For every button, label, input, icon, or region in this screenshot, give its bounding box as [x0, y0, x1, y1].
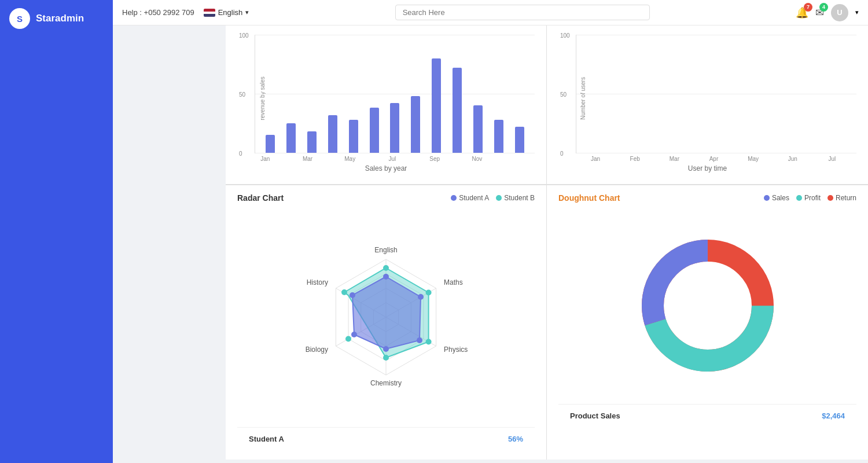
sales-x-label-6: Jul [382, 156, 403, 162]
chevron-down-icon: ▾ [245, 9, 249, 16]
legend-dot-return [827, 195, 833, 201]
charts-row-2: Radar Chart Student A Student B [226, 185, 868, 460]
sales-bar-11 [494, 120, 503, 153]
doughnut-legend: Sales Profit Return [764, 194, 856, 202]
sales-bar-6 [390, 103, 399, 153]
language-selector[interactable]: English ▾ [204, 8, 249, 17]
users-chart-card: Number of users 100 50 0 JanFebMarAprMay… [547, 25, 868, 184]
svg-text:Chemistry: Chemistry [370, 379, 402, 387]
sales-chart-card: revenue by sales 100 50 0 JanMarMayJulSe… [226, 25, 547, 184]
radar-svg: English Maths Physics Chemistry Biology … [270, 219, 502, 416]
sales-x-label-11 [488, 156, 509, 162]
sales-x-label-5 [361, 156, 382, 162]
student-progress-row: Student A 56% [249, 435, 523, 443]
radar-legend: Student A Student B [451, 194, 535, 202]
svg-point-13 [426, 339, 432, 345]
main-content: revenue by sales 100 50 0 JanMarMayJulSe… [226, 25, 868, 463]
users-x-label-5: Jun [773, 156, 812, 162]
svg-point-33 [666, 264, 749, 347]
doughnut-chart-header: Doughnut Chart Sales Profit Return [558, 193, 856, 203]
users-x-label-6: Jul [812, 156, 852, 162]
svg-point-18 [383, 274, 389, 280]
user-chevron-icon: ▾ [855, 9, 859, 16]
svg-text:History: History [307, 278, 328, 286]
users-x-labels: JanFebMarAprMayJunJul [576, 153, 856, 162]
doughnut-legend-profit: Profit [796, 194, 821, 202]
svg-point-11 [383, 265, 389, 271]
radar-chart-name: Radar Chart [237, 193, 284, 203]
avatar[interactable]: U [831, 4, 848, 21]
radar-legend-a: Student A [451, 194, 489, 202]
doughnut-chart-name: Doughnut Chart [558, 193, 620, 203]
sales-chart-title: Sales by year [237, 164, 535, 172]
sales-bar-7 [411, 96, 420, 153]
message-badge: 4 [819, 3, 828, 12]
sales-bar-2 [307, 131, 317, 153]
sales-bar-12 [515, 127, 524, 153]
legend-label-b: Student B [504, 194, 535, 202]
svg-point-23 [350, 292, 355, 298]
product-sales-row: Product Sales $2,464 [570, 411, 845, 420]
legend-label-a: Student A [459, 194, 489, 202]
legend-label-sales: Sales [772, 194, 789, 202]
svg-point-21 [383, 346, 389, 352]
sales-bar-4 [349, 120, 358, 153]
notification-badge: 7 [804, 3, 812, 12]
users-bar-chart: Number of users 100 50 0 JanFebMarAprMay… [558, 35, 856, 162]
svg-text:Physics: Physics [444, 346, 468, 354]
radar-chart-header: Radar Chart Student A Student B [237, 193, 535, 203]
legend-label-return: Return [836, 194, 856, 202]
svg-point-12 [426, 290, 432, 296]
svg-point-20 [417, 337, 422, 343]
topbar: Help : +050 2992 709 English ▾ 🔔 7 ✉ 4 U… [113, 0, 868, 25]
message-button[interactable]: ✉ 4 [815, 6, 824, 19]
svg-text:Biology: Biology [306, 346, 328, 354]
radar-container: English Maths Physics Chemistry Biology … [237, 207, 535, 427]
sales-x-label-4: May [339, 156, 361, 162]
svg-text:English: English [374, 246, 397, 254]
legend-dot-a [451, 195, 457, 201]
doughnut-legend-return: Return [827, 194, 856, 202]
search-input[interactable] [395, 5, 650, 20]
sales-x-label-2: Mar [297, 156, 318, 162]
sales-bar-1 [286, 123, 296, 153]
sales-bar-8 [432, 58, 441, 153]
doughnut-legend-sales: Sales [764, 194, 789, 202]
sales-x-label-7 [403, 156, 424, 162]
users-x-label-1: Feb [615, 156, 654, 162]
legend-dot-b [496, 195, 502, 201]
svg-point-22 [351, 332, 357, 337]
brand[interactable]: S Staradmin [0, 0, 113, 37]
sales-bar-3 [328, 115, 337, 153]
sales-x-labels: JanMarMayJulSepNov [255, 153, 535, 162]
sales-bar-5 [370, 108, 379, 153]
users-chart-title: User by time [558, 164, 856, 172]
sales-chart-area: 100 50 0 [255, 35, 535, 153]
users-x-label-2: Mar [654, 156, 694, 162]
svg-point-14 [383, 355, 389, 361]
sales-x-label-12 [509, 156, 530, 162]
users-x-label-3: Apr [694, 156, 733, 162]
legend-dot-profit [796, 195, 802, 201]
doughnut-container [558, 207, 856, 404]
flag-icon [204, 9, 215, 17]
language-label: English [218, 8, 243, 17]
notification-button[interactable]: 🔔 7 [796, 6, 808, 19]
brand-avatar: S [9, 8, 30, 29]
sales-x-label-8: Sep [424, 156, 446, 162]
users-bars [576, 35, 856, 153]
sales-bar-9 [453, 68, 462, 153]
sales-x-label-10: Nov [466, 156, 488, 162]
product-sales-value: $2,464 [822, 411, 845, 420]
student-percentage: 56% [508, 435, 523, 443]
sales-bar-10 [473, 105, 483, 153]
sales-x-label-1 [276, 156, 297, 162]
sales-x-label-9 [445, 156, 466, 162]
users-x-label-0: Jan [576, 156, 615, 162]
sales-x-label-0: Jan [255, 156, 276, 162]
student-progress-section: Student A 56% [237, 427, 535, 450]
sales-bar-chart: revenue by sales 100 50 0 JanMarMayJulSe… [237, 35, 535, 162]
users-chart-area: 100 50 0 [576, 35, 856, 153]
legend-label-profit: Profit [804, 194, 821, 202]
svg-point-16 [341, 289, 347, 295]
